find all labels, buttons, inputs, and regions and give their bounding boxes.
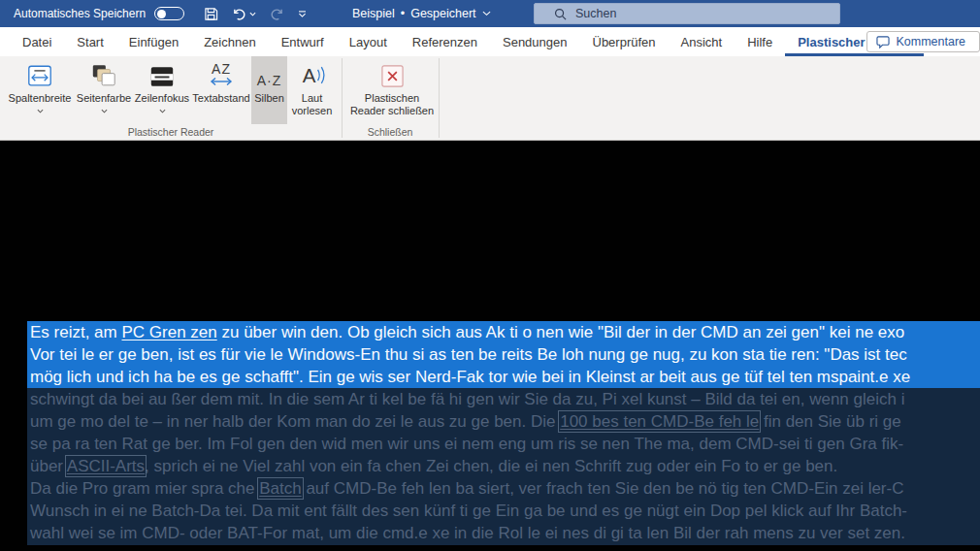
column-width-label: Spaltenbreite xyxy=(9,92,72,105)
comments-button-label: Kommentare xyxy=(896,35,965,49)
tab-hilfe[interactable]: Hilfe xyxy=(735,27,785,56)
save-button[interactable] xyxy=(204,7,218,21)
text-line[interactable]: Wunsch in ei ne Batch-Da tei. Da mit ent… xyxy=(27,500,980,522)
read-aloud-icon: A xyxy=(299,63,326,88)
chevron-down-icon xyxy=(482,11,491,16)
chevron-down-icon xyxy=(101,109,108,113)
page-color-label: Seitenfarbe xyxy=(77,92,131,105)
document-title-menu[interactable]: Beispiel • Gespeichert xyxy=(352,0,491,27)
autosave-toggle[interactable] xyxy=(154,7,184,20)
syllables-icon: A·Z xyxy=(257,73,282,88)
search-input[interactable]: Suchen xyxy=(534,3,840,24)
toolbar-options-icon xyxy=(298,11,307,17)
hyperlink[interactable]: PC Gren zen xyxy=(121,323,216,341)
tab-sendungen[interactable]: Sendungen xyxy=(490,27,580,56)
undo-dropdown-icon xyxy=(249,12,256,16)
text-line[interactable]: Vor tei le er ge ben, ist es für vie le … xyxy=(27,343,980,366)
tab-überprüfen[interactable]: Überprüfen xyxy=(580,27,669,56)
text-line[interactable]: se pa ra ten Rat ge ber. Im Fol gen den … xyxy=(27,433,980,455)
text-segment: Vor tei le er ge ben, ist es für vie le … xyxy=(30,345,907,364)
close-icon xyxy=(380,64,405,88)
text-segment: über xyxy=(30,457,67,475)
immersive-reader-page[interactable]: Es reizt, am PC Gren zen zu über win den… xyxy=(27,321,980,545)
text-spacing-button[interactable]: AZ Textabstand xyxy=(192,59,250,123)
chevron-down-icon xyxy=(159,109,166,113)
text-segment: schwingt da bei au ßer dem mit. In die s… xyxy=(30,390,904,408)
tab-start[interactable]: Start xyxy=(64,27,115,56)
close-immersive-reader-label: Plastischen Reader schließen xyxy=(347,92,437,116)
tab-ansicht[interactable]: Ansicht xyxy=(669,27,735,56)
tab-bar-tabs: DateiStartEinfügenZeichnenEntwurfLayoutR… xyxy=(10,27,924,56)
group-label-immersive-reader: Plastischer Reader xyxy=(0,126,342,138)
text-segment: wahl wei se im CMD- oder BAT-For mat, um… xyxy=(30,524,905,542)
search-placeholder: Suchen xyxy=(575,7,616,20)
text-line[interactable]: Da die Pro gram mier spra che Batch auf … xyxy=(27,477,980,500)
undo-icon xyxy=(232,8,246,20)
tab-einfügen[interactable]: Einfügen xyxy=(116,27,191,56)
read-aloud-label: Laut vorlesen xyxy=(289,92,335,116)
group-label-close: Schließen xyxy=(342,126,439,138)
document-title: Beispiel xyxy=(352,7,395,20)
tab-zeichnen[interactable]: Zeichnen xyxy=(191,27,268,56)
text-line[interactable]: Es reizt, am PC Gren zen zu über win den… xyxy=(27,321,980,343)
line-focus-button[interactable]: Zeilenfokus xyxy=(134,59,190,123)
autosave-label: Automatisches Speichern xyxy=(14,7,146,20)
page-color-button[interactable]: Seitenfarbe xyxy=(76,59,132,123)
text-spacing-label: Textabstand xyxy=(192,92,249,105)
customize-toolbar-button[interactable] xyxy=(298,11,307,17)
text-spacing-icon: AZ xyxy=(212,62,231,77)
column-width-button[interactable]: Spaltenbreite xyxy=(6,59,74,123)
redo-button[interactable] xyxy=(270,8,284,20)
hyperlink[interactable]: ASCII-Arts xyxy=(67,457,145,475)
text-segment: um ge mo del te – in ner halb der Kom ma… xyxy=(30,412,560,431)
comment-icon xyxy=(876,36,890,49)
svg-text:A: A xyxy=(302,64,315,86)
document-canvas[interactable]: Es reizt, am PC Gren zen zu über win den… xyxy=(0,141,980,551)
hyperlink[interactable]: 100 bes ten CMD-Be feh le xyxy=(560,412,759,431)
tab-datei[interactable]: Datei xyxy=(10,27,64,56)
text-segment: Es reizt, am xyxy=(30,323,121,341)
tab-layout[interactable]: Layout xyxy=(337,27,400,56)
ribbon-tab-bar: DateiStartEinfügenZeichnenEntwurfLayoutR… xyxy=(0,27,980,56)
text-segment: se pa ra ten Rat ge ber. Im Fol gen den … xyxy=(30,435,903,453)
title-separator: • xyxy=(401,7,405,20)
quick-access-toolbar xyxy=(204,7,307,21)
ribbon: Spaltenbreite Seitenfarbe Zeilenfokus AZ… xyxy=(0,56,980,141)
text-segment: mög lich und ich ha be es ge schafft". E… xyxy=(30,368,910,386)
syllables-button[interactable]: A·Z Silben xyxy=(251,56,287,124)
line-focus-icon xyxy=(148,65,176,88)
word-window: { "title_bar": { "autosave_label": "Auto… xyxy=(0,0,980,551)
document-lines: Es reizt, am PC Gren zen zu über win den… xyxy=(27,321,980,544)
text-segment: Da die Pro gram mier spra che xyxy=(30,479,259,498)
page-color-icon xyxy=(90,63,117,88)
toggle-knob-icon xyxy=(157,10,166,18)
text-segment: Wunsch in ei ne Batch-Da tei. Da mit ent… xyxy=(30,502,907,520)
text-segment: fin den Sie üb ri ge xyxy=(759,412,900,431)
save-icon xyxy=(204,7,218,21)
search-icon xyxy=(554,8,567,20)
close-immersive-reader-button[interactable]: Plastischen Reader schließen xyxy=(347,59,437,123)
column-width-icon xyxy=(26,64,53,88)
text-line[interactable]: über ASCII-Arts, sprich ei ne Viel zahl … xyxy=(27,455,980,477)
syllables-label: Silben xyxy=(254,92,284,105)
text-line[interactable]: mög lich und ich ha be es ge schafft". E… xyxy=(27,366,980,388)
text-line[interactable]: wahl wei se im CMD- oder BAT-For mat, um… xyxy=(27,522,980,544)
save-status: Gespeichert xyxy=(410,7,475,20)
tab-referenzen[interactable]: Referenzen xyxy=(400,27,490,56)
redo-icon xyxy=(270,8,284,20)
read-aloud-button[interactable]: A Laut vorlesen xyxy=(289,59,335,123)
hyperlink[interactable]: Batch xyxy=(259,479,301,498)
text-spacing-arrow-icon xyxy=(209,77,234,86)
text-segment: , sprich ei ne Viel zahl von ein fa chen… xyxy=(145,457,837,475)
autosave-control[interactable]: Automatisches Speichern xyxy=(14,7,184,20)
tab-entwurf[interactable]: Entwurf xyxy=(269,27,337,56)
title-bar: Automatisches Speichern Beispiel • Gespe… xyxy=(0,0,980,27)
comments-button[interactable]: Kommentare xyxy=(866,31,980,52)
text-segment: auf CMD-Be feh len ba siert, ver frach t… xyxy=(302,479,904,498)
text-segment: zu über win den. Ob gleich sich aus Ak t… xyxy=(217,323,905,341)
group-divider xyxy=(439,58,440,138)
text-line[interactable]: um ge mo del te – in ner halb der Kom ma… xyxy=(27,410,980,433)
line-focus-label: Zeilenfokus xyxy=(135,92,189,105)
text-line[interactable]: schwingt da bei au ßer dem mit. In die s… xyxy=(27,388,980,410)
undo-button[interactable] xyxy=(232,8,256,20)
